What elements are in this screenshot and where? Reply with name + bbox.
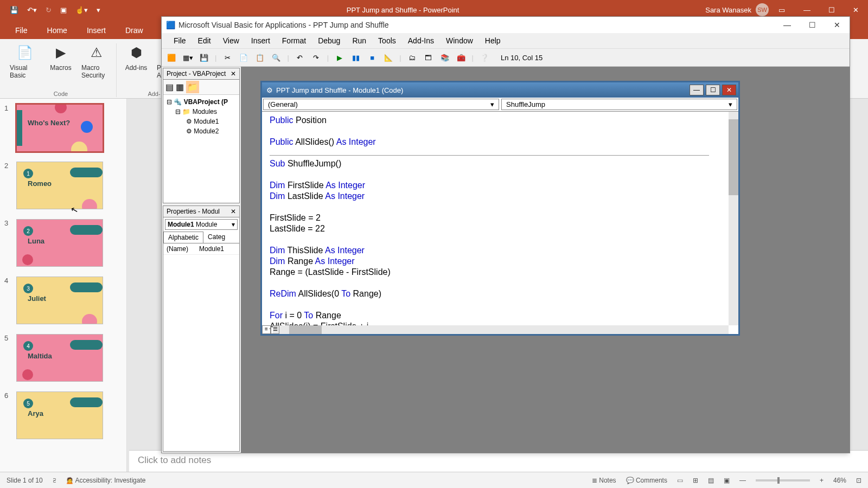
- tree-module2[interactable]: ⚙ Module2: [165, 126, 237, 136]
- props-tab-alphabetic[interactable]: Alphabetic: [163, 232, 203, 243]
- start-from-beginning-icon[interactable]: ▣: [60, 6, 67, 14]
- tab-draw[interactable]: Draw: [116, 22, 153, 39]
- code-horizontal-scrollbar[interactable]: [273, 325, 729, 334]
- full-module-view-icon[interactable]: ☰: [271, 325, 279, 334]
- insert-module-icon[interactable]: ▦▾: [182, 52, 193, 63]
- notes-button[interactable]: ≣ Notes: [592, 477, 616, 484]
- user-avatar[interactable]: SW: [756, 3, 769, 16]
- menu-run[interactable]: Run: [347, 34, 372, 47]
- zoom-level[interactable]: 46%: [833, 477, 846, 484]
- redo-icon[interactable]: ↷: [311, 52, 322, 63]
- object-dropdown[interactable]: (General)▾: [263, 99, 499, 110]
- procedure-view-icon[interactable]: ≡: [262, 325, 271, 334]
- macro-security-button[interactable]: ⚠Macro Security: [81, 43, 112, 88]
- slide-thumbnail-4[interactable]: 4 3 Juliet: [4, 277, 122, 324]
- slide-counter[interactable]: Slide 1 of 10: [7, 477, 43, 484]
- view-slideshow-icon[interactable]: ▣: [724, 477, 730, 484]
- ribbon-display-icon[interactable]: ▭: [773, 6, 790, 14]
- save-icon[interactable]: 💾: [199, 52, 209, 63]
- vbe-minimize-button[interactable]: —: [775, 17, 800, 33]
- menu-tools[interactable]: Tools: [373, 34, 401, 47]
- design-mode-icon[interactable]: 📐: [383, 52, 394, 63]
- tree-module1[interactable]: ⚙ Module1: [165, 117, 237, 126]
- redo-icon[interactable]: ↻: [46, 6, 52, 14]
- comments-button[interactable]: 💬 Comments: [626, 477, 667, 484]
- undo-icon[interactable]: ↶▾: [27, 6, 37, 14]
- accessibility-status[interactable]: 🙍 Accessibility: Investigate: [66, 477, 146, 484]
- menu-edit[interactable]: Edit: [193, 34, 216, 47]
- props-object-selector[interactable]: Module1 Module▾: [165, 219, 238, 230]
- macros-button[interactable]: ▶Macros: [46, 43, 76, 88]
- vbe-maximize-button[interactable]: ☐: [800, 17, 825, 33]
- vbe-toolbar: 🟧 ▦▾ 💾 | ✂ 📄 📋 🔍 | ↶ ↷ | ▶ ▮▮ ■ 📐 | 🗂 🗔 …: [162, 48, 850, 67]
- menu-debug[interactable]: Debug: [312, 34, 346, 47]
- props-pane-close-icon[interactable]: ✕: [231, 208, 236, 215]
- slide-thumbnail-1[interactable]: 1 Who's Next?: [4, 104, 122, 152]
- language-icon[interactable]: ⫔: [53, 477, 56, 484]
- run-icon[interactable]: ▶: [334, 52, 345, 63]
- paste-icon[interactable]: 📋: [254, 52, 265, 63]
- tab-file[interactable]: File: [5, 22, 37, 39]
- slide-panel[interactable]: 1 Who's Next? 2 1 Romeo 3 2: [0, 99, 127, 472]
- project-tree[interactable]: ⊟ 🔩 VBAProject (P ⊟ 📁 Modules ⚙ Module1 …: [163, 95, 239, 203]
- object-browser-icon[interactable]: 📚: [439, 52, 450, 63]
- touch-mode-icon[interactable]: ☝▾: [75, 6, 88, 14]
- menu-insert[interactable]: Insert: [246, 34, 276, 47]
- slide-thumbnail-5[interactable]: 5 4 Maltida: [4, 334, 122, 382]
- code-minimize-button[interactable]: —: [690, 85, 704, 95]
- undo-icon[interactable]: ↶: [295, 52, 305, 63]
- menu-help[interactable]: Help: [480, 34, 506, 47]
- properties-icon[interactable]: 🗔: [423, 52, 434, 63]
- cursor-position: Ln 10, Col 15: [501, 54, 542, 62]
- warning-icon: ⚠: [87, 43, 106, 62]
- view-ppt-icon[interactable]: 🟧: [166, 52, 177, 63]
- code-editor[interactable]: Public Position Public AllSlides() As In…: [262, 112, 738, 334]
- menu-addins[interactable]: Add-Ins: [403, 34, 439, 47]
- project-pane-close-icon[interactable]: ✕: [231, 70, 236, 78]
- addins-button[interactable]: ⬢Add-ins: [121, 43, 151, 88]
- user-name[interactable]: Sara Wanasek: [705, 6, 751, 14]
- tab-insert[interactable]: Insert: [77, 22, 116, 39]
- menu-file[interactable]: File: [168, 34, 192, 47]
- slide-thumbnail-2[interactable]: 2 1 Romeo: [4, 162, 122, 209]
- code-maximize-button[interactable]: ☐: [706, 85, 720, 95]
- help-icon[interactable]: ❔: [479, 52, 490, 63]
- copy-icon[interactable]: 📄: [238, 52, 249, 63]
- qat-dropdown-icon[interactable]: ▾: [97, 6, 100, 14]
- menu-format[interactable]: Format: [277, 34, 311, 47]
- toggle-folders-icon[interactable]: 📁: [186, 81, 199, 93]
- zoom-out-button[interactable]: —: [739, 477, 746, 484]
- slide-thumbnail-3[interactable]: 3 2 Luna: [4, 219, 122, 267]
- zoom-slider[interactable]: [756, 479, 810, 481]
- menu-window[interactable]: Window: [441, 34, 478, 47]
- project-explorer-icon[interactable]: 🗂: [407, 52, 418, 63]
- toolbox-icon[interactable]: 🧰: [456, 52, 467, 63]
- menu-view[interactable]: View: [218, 34, 245, 47]
- view-object-icon[interactable]: ▦: [176, 82, 184, 92]
- break-icon[interactable]: ▮▮: [350, 52, 361, 63]
- code-window-titlebar[interactable]: ⚙ PPT Jump and Shuffle - Module1 (Code) …: [262, 82, 738, 98]
- view-reading-icon[interactable]: ▤: [708, 477, 714, 484]
- find-icon[interactable]: 🔍: [271, 52, 282, 63]
- code-vertical-scrollbar[interactable]: [729, 112, 738, 325]
- view-sorter-icon[interactable]: ⊞: [693, 477, 698, 484]
- prop-name-row[interactable]: (Name)Module1: [163, 243, 239, 255]
- notes-pane[interactable]: Click to add notes: [129, 450, 868, 472]
- visual-basic-button[interactable]: 📄Visual Basic: [10, 43, 40, 88]
- view-code-icon[interactable]: ▤: [165, 82, 174, 92]
- vbe-close-button[interactable]: ✕: [825, 17, 850, 33]
- props-tab-categorized[interactable]: Categ: [203, 232, 229, 243]
- slide-thumbnail-6[interactable]: 6 5 Arya: [4, 391, 122, 439]
- zoom-in-button[interactable]: +: [820, 477, 824, 484]
- vbe-titlebar[interactable]: 🟦 Microsoft Visual Basic for Application…: [162, 17, 850, 33]
- properties-pane: Properties - Modul✕ Module1 Module▾ Alph…: [163, 206, 240, 452]
- view-normal-icon[interactable]: ▭: [677, 477, 683, 484]
- procedure-dropdown[interactable]: ShuffleJump▾: [501, 99, 737, 110]
- reset-icon[interactable]: ■: [367, 52, 378, 63]
- save-icon[interactable]: 💾: [10, 6, 18, 14]
- code-close-button[interactable]: ✕: [722, 85, 736, 95]
- fit-to-window-icon[interactable]: ⊡: [856, 477, 861, 484]
- tab-home[interactable]: Home: [37, 22, 77, 39]
- cut-icon[interactable]: ✂: [222, 52, 233, 63]
- macros-icon: ▶: [52, 43, 70, 62]
